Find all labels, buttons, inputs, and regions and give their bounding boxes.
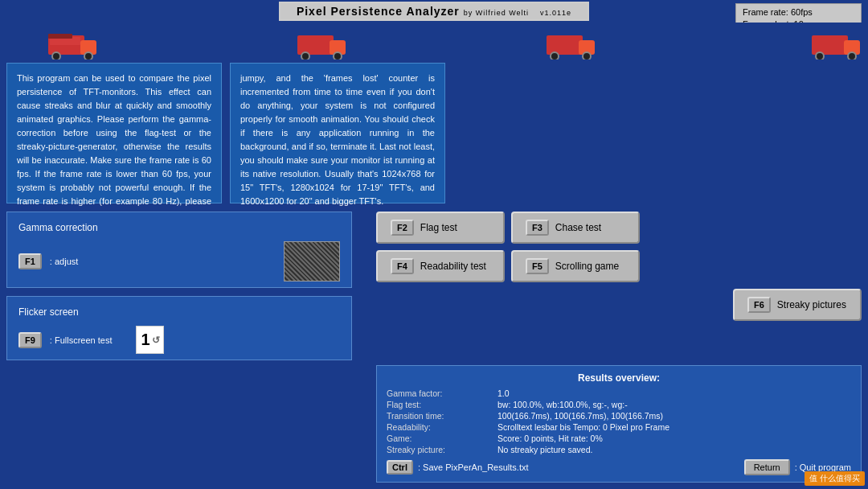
flag-test-label: Flag test xyxy=(420,222,457,233)
svg-rect-6 xyxy=(297,35,334,55)
streaky-pictures-button[interactable]: F6 Streaky pictures xyxy=(733,289,862,321)
description-right: jumpy, and the 'frames lost' counter is … xyxy=(230,63,445,203)
watermark: 值 什么值得买 xyxy=(805,471,865,486)
flag-test-button[interactable]: F2 Flag test xyxy=(376,212,505,244)
gamma-row: F1 : adjust xyxy=(18,241,340,281)
gamma-panel: Gamma correction F1 : adjust xyxy=(6,212,352,288)
f4-key: F4 xyxy=(391,258,414,274)
truck-3 xyxy=(547,29,596,63)
result-flag-label: Flag test: xyxy=(387,400,491,409)
app-title: Pixel Persistence Analyzer xyxy=(297,5,460,18)
ctrl-badge: Ctrl xyxy=(387,460,413,475)
streaky-pictures-label: Streaky pictures xyxy=(777,299,846,310)
description-right-text: jumpy, and the 'frames lost' counter is … xyxy=(240,73,435,206)
flicker-title: Flicker screen xyxy=(18,306,340,318)
truck-2 xyxy=(297,29,347,63)
gamma-key[interactable]: F1 xyxy=(18,253,42,269)
description-left: This program can be used to compare the … xyxy=(6,63,222,203)
btn-row-2: F4 Readability test F5 Scrolling game xyxy=(376,250,862,282)
result-gamma-value: 1.0 xyxy=(497,388,851,398)
results-grid: Gamma factor: 1.0 Flag test: bw: 100.0%,… xyxy=(387,388,851,454)
result-game-label: Game: xyxy=(387,434,491,443)
chase-test-button[interactable]: F3 Chase test xyxy=(511,212,640,244)
result-gamma-label: Gamma factor: xyxy=(387,388,491,398)
truck-1 xyxy=(48,29,98,63)
result-transition-label: Transition time: xyxy=(387,411,491,421)
svg-point-3 xyxy=(52,52,60,60)
save-label: : Save PixPerAn_Results.txt xyxy=(418,462,529,472)
main-content: This program can be used to compare the … xyxy=(6,63,862,483)
scrolling-game-button[interactable]: F5 Scrolling game xyxy=(511,250,640,282)
f3-key: F3 xyxy=(526,220,549,236)
flicker-panel: Flicker screen F9 : Fullscreen test 1 ↺ xyxy=(6,296,352,360)
result-readability-value: Scrolltext lesbar bis Tempo: 0 Pixel pro… xyxy=(497,422,851,432)
results-title: Results overview: xyxy=(387,372,851,384)
flicker-row: F9 : Fullscreen test 1 ↺ xyxy=(18,326,340,354)
svg-point-13 xyxy=(583,52,591,60)
gamma-preview xyxy=(284,241,340,281)
svg-point-17 xyxy=(848,52,856,60)
flicker-value: 1 ↺ xyxy=(136,326,164,354)
results-footer: Ctrl : Save PixPerAn_Results.txt Return … xyxy=(387,459,851,475)
readability-test-button[interactable]: F4 Readability test xyxy=(376,250,505,282)
f2-key: F2 xyxy=(391,220,414,236)
app-subtitle: by Wilfried Welti v1.011e xyxy=(464,9,571,17)
app-title-box: Pixel Persistence Analyzer by Wilfried W… xyxy=(279,2,589,21)
svg-point-4 xyxy=(84,52,92,60)
result-flag-value: bw: 100.0%, wb:100.0%, sg:-, wg:- xyxy=(497,400,851,409)
result-streaky-value: No streaky picture saved. xyxy=(497,445,851,454)
result-game-value: Score: 0 points, Hit rate: 0% xyxy=(497,434,851,443)
truck-4 xyxy=(812,29,862,63)
f5-key: F5 xyxy=(526,258,549,274)
svg-point-12 xyxy=(551,52,559,60)
btn-row-3: F6 Streaky pictures xyxy=(376,289,862,321)
svg-rect-10 xyxy=(547,35,583,55)
result-transition-value: 100(166.7ms), 100(166.7ms), 100(166.7ms) xyxy=(497,411,851,421)
svg-rect-5 xyxy=(48,34,72,39)
chase-test-label: Chase test xyxy=(555,222,601,233)
readability-test-label: Readability test xyxy=(420,261,486,272)
result-readability-label: Readability: xyxy=(387,422,491,432)
svg-point-16 xyxy=(816,52,824,60)
frame-rate-stat: Frame rate: 60fps xyxy=(743,6,854,18)
gamma-title: Gamma correction xyxy=(18,222,340,233)
flicker-key[interactable]: F9 xyxy=(18,332,42,348)
svg-point-9 xyxy=(334,52,342,60)
results-box: Results overview: Gamma factor: 1.0 Flag… xyxy=(376,365,862,483)
svg-rect-14 xyxy=(812,35,848,55)
trucks-bar xyxy=(0,23,868,63)
f6-key: F6 xyxy=(747,297,771,313)
btn-row-1: F2 Flag test F3 Chase test xyxy=(376,212,862,244)
svg-point-8 xyxy=(301,52,309,60)
scrolling-game-label: Scrolling game xyxy=(555,261,619,272)
right-buttons-area: F2 Flag test F3 Chase test F4 Readabilit… xyxy=(376,212,862,327)
return-button[interactable]: Return xyxy=(744,459,790,475)
gamma-label: : adjust xyxy=(50,257,78,266)
result-streaky-label: Streaky picture: xyxy=(387,445,491,454)
flicker-label: : Fullscreen test xyxy=(50,335,113,345)
